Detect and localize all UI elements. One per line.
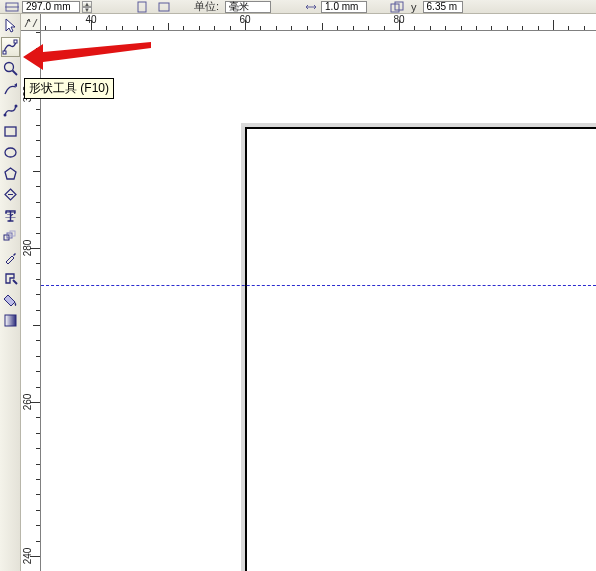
bezier-tool[interactable] — [1, 100, 20, 120]
rectangle-tool[interactable] — [1, 121, 20, 141]
interactive-fill-tool[interactable] — [1, 310, 20, 330]
drawing-canvas[interactable] — [41, 31, 596, 571]
svg-point-10 — [3, 113, 6, 116]
ruler-label: 60 — [239, 14, 250, 25]
paper-width-field[interactable]: 297.0 mm ▲▼ — [4, 1, 92, 13]
nudge-x-value[interactable]: 1.0 mm — [321, 1, 367, 13]
pick-tool[interactable] — [1, 16, 20, 36]
toolbox: 字 — [0, 14, 21, 571]
svg-text:字: 字 — [5, 210, 16, 222]
svg-line-9 — [12, 70, 17, 75]
freehand-tool[interactable] — [1, 79, 20, 99]
shape-tool[interactable] — [1, 37, 20, 57]
eyedropper-tool[interactable] — [1, 247, 20, 267]
units-label: 单位: — [194, 0, 219, 14]
interactive-blend-tool[interactable] — [1, 226, 20, 246]
svg-rect-19 — [5, 315, 16, 326]
nudge-x-field[interactable]: 1.0 mm — [303, 1, 367, 13]
svg-rect-3 — [159, 3, 169, 11]
svg-rect-7 — [14, 40, 17, 43]
text-tool[interactable]: 字 — [1, 205, 20, 225]
horizontal-ruler[interactable]: 406080 — [41, 14, 596, 31]
svg-point-11 — [14, 104, 17, 107]
vertical-ruler[interactable]: 300280260240 — [21, 31, 41, 571]
basic-shapes-tool[interactable] — [1, 184, 20, 204]
ruler-label: 240 — [22, 548, 33, 565]
horizontal-guideline[interactable] — [41, 285, 596, 286]
svg-point-13 — [5, 148, 16, 157]
svg-rect-6 — [3, 51, 6, 54]
outline-tool[interactable] — [1, 268, 20, 288]
page-rectangle — [245, 127, 596, 571]
ruler-label: 280 — [22, 240, 33, 257]
ellipse-tool[interactable] — [1, 142, 20, 162]
svg-marker-14 — [5, 168, 16, 179]
units-dropdown[interactable]: 毫米 — [225, 1, 271, 13]
ruler-label: 80 — [393, 14, 404, 25]
tool-tooltip: 形状工具 (F10) — [24, 78, 114, 99]
zoom-tool[interactable] — [1, 58, 20, 78]
svg-rect-2 — [138, 2, 146, 12]
portrait-icon[interactable] — [134, 1, 150, 13]
paper-width-spinner[interactable]: ▲▼ — [82, 1, 92, 13]
property-bar: 297.0 mm ▲▼ 单位: 毫米 1.0 mm y 6.35 m — [0, 0, 596, 14]
svg-point-8 — [4, 62, 13, 71]
fill-tool[interactable] — [1, 289, 20, 309]
polygon-tool[interactable] — [1, 163, 20, 183]
svg-rect-12 — [5, 127, 16, 136]
landscape-icon[interactable] — [156, 1, 172, 13]
cursor-y-label: y — [411, 1, 417, 13]
ruler-label: 40 — [85, 14, 96, 25]
duplicate-distance-icon[interactable] — [389, 1, 405, 13]
paper-width-icon — [4, 1, 20, 13]
nudge-x-icon — [303, 1, 319, 13]
ruler-origin-corner[interactable] — [21, 14, 41, 31]
ruler-label: 260 — [22, 394, 33, 411]
cursor-y-value: 6.35 m — [423, 1, 463, 13]
paper-width-value[interactable]: 297.0 mm — [22, 1, 80, 13]
